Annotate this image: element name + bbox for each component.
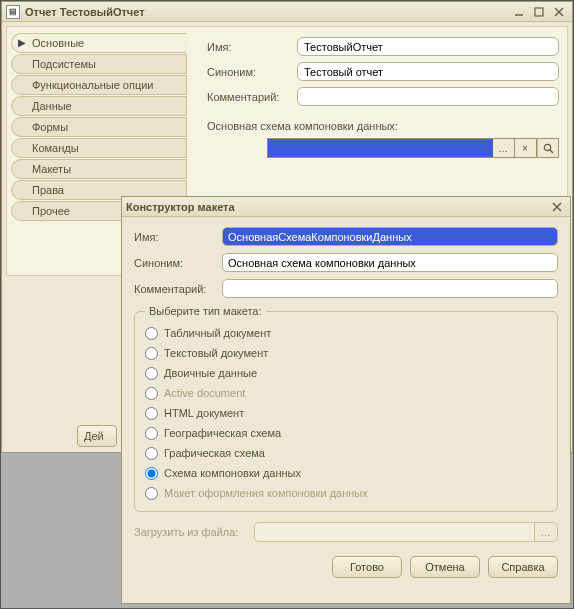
name-label: Имя: (207, 41, 297, 53)
modal-comment-input[interactable] (222, 279, 558, 298)
modal-comment-label: Комментарий: (134, 283, 222, 295)
radio-label: Табличный документ (164, 327, 271, 339)
radio-binary[interactable] (145, 367, 158, 380)
radio-dcs[interactable] (145, 467, 158, 480)
modal-title: Конструктор макета (126, 201, 546, 213)
schema-pick-button[interactable]: … (493, 138, 515, 158)
sidebar-item-main[interactable]: Основные (11, 33, 187, 53)
sidebar-item-label: Права (32, 184, 64, 196)
radio-label: HTML документ (164, 407, 244, 419)
comment-label: Комментарий: (207, 91, 297, 103)
maximize-button[interactable] (530, 5, 548, 19)
svg-rect-1 (535, 8, 543, 16)
radio-spreadsheet[interactable] (145, 327, 158, 340)
sidebar-item-forms[interactable]: Формы (11, 117, 187, 137)
sidebar-item-functional-options[interactable]: Функциональные опции (11, 75, 187, 95)
sidebar-item-commands[interactable]: Команды (11, 138, 187, 158)
schema-clear-button[interactable]: × (515, 138, 537, 158)
sidebar-item-templates[interactable]: Макеты (11, 159, 187, 179)
file-field (254, 522, 534, 542)
modal-name-input[interactable] (222, 227, 558, 246)
radio-text[interactable] (145, 347, 158, 360)
radio-label: Active document (164, 387, 245, 399)
help-button[interactable]: Справка (488, 556, 558, 578)
modal-synonym-input[interactable] (222, 253, 558, 272)
modal-synonym-label: Синоним: (134, 257, 222, 269)
ok-button[interactable]: Готово (332, 556, 402, 578)
sidebar-item-label: Формы (32, 121, 68, 133)
radio-dcs-appearance[interactable] (145, 487, 158, 500)
sidebar-item-label: Основные (32, 37, 84, 49)
radio-geo-schema[interactable] (145, 427, 158, 440)
modal-titlebar: Конструктор макета (122, 197, 570, 217)
window-titlebar: ▤ Отчет ТестовыйОтчет (2, 2, 572, 22)
svg-point-4 (544, 144, 550, 150)
synonym-label: Синоним: (207, 66, 297, 78)
radio-label: Макет оформления компоновки данных (164, 487, 368, 499)
modal-name-label: Имя: (134, 231, 222, 243)
report-icon: ▤ (6, 5, 20, 19)
synonym-input[interactable] (297, 62, 559, 81)
file-label: Загрузить из файла: (134, 526, 254, 538)
comment-input[interactable] (297, 87, 559, 106)
actions-button[interactable]: Дей (77, 425, 117, 447)
template-type-legend: Выберите тип макета: (145, 305, 266, 317)
radio-label: Двоичные данные (164, 367, 257, 379)
svg-line-5 (550, 150, 553, 153)
sidebar-item-label: Данные (32, 100, 72, 112)
schema-open-button[interactable] (537, 138, 559, 158)
template-constructor-dialog: Конструктор макета Имя: Синоним: Коммент… (121, 196, 571, 604)
sidebar-item-label: Функциональные опции (32, 79, 153, 91)
radio-label: Графическая схема (164, 447, 265, 459)
radio-label: Схема компоновки данных (164, 467, 301, 479)
name-input[interactable] (297, 37, 559, 56)
sidebar-item-data[interactable]: Данные (11, 96, 187, 116)
sidebar-item-label: Прочее (32, 205, 70, 217)
radio-active-document[interactable] (145, 387, 158, 400)
sidebar-item-subsystems[interactable]: Подсистемы (11, 54, 187, 74)
radio-label: Географическая схема (164, 427, 281, 439)
cancel-button[interactable]: Отмена (410, 556, 480, 578)
modal-close-button[interactable] (548, 200, 566, 214)
radio-label: Текстовый документ (164, 347, 268, 359)
radio-html[interactable] (145, 407, 158, 420)
window-title: Отчет ТестовыйОтчет (25, 6, 508, 18)
sidebar-item-label: Команды (32, 142, 79, 154)
schema-field[interactable] (267, 138, 493, 158)
file-pick-button[interactable]: … (534, 522, 558, 542)
minimize-button[interactable] (510, 5, 528, 19)
schema-label: Основная схема компоновки данных: (207, 120, 559, 132)
sidebar-item-label: Макеты (32, 163, 71, 175)
close-button[interactable] (550, 5, 568, 19)
sidebar-item-label: Подсистемы (32, 58, 96, 70)
template-type-group: Выберите тип макета: Табличный документ … (134, 305, 558, 512)
magnifier-icon (543, 143, 554, 154)
radio-graphic-schema[interactable] (145, 447, 158, 460)
